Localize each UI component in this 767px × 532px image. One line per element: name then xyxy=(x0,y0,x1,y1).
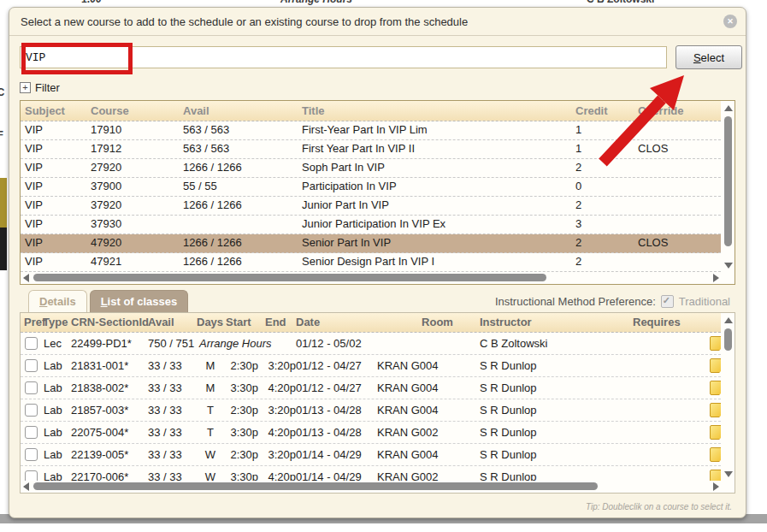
vertical-scrollbar-thumb[interactable] xyxy=(724,328,732,351)
note-icon[interactable] xyxy=(710,381,721,395)
pref-checkbox[interactable] xyxy=(25,381,38,394)
background-text-fragment: Arrange Hours xyxy=(280,0,352,5)
pref-checkbox[interactable] xyxy=(25,426,38,439)
course-table-vertical-scrollbar xyxy=(722,103,734,271)
scroll-left-arrow[interactable] xyxy=(23,274,29,282)
pref-checkbox[interactable] xyxy=(25,359,38,372)
class-instructor: S R Dunlop xyxy=(480,448,536,461)
class-crn-sectionid: 22075-004* xyxy=(71,426,128,439)
column-header-title[interactable]: Title xyxy=(302,104,325,117)
scroll-down-arrow[interactable] xyxy=(724,263,733,269)
horizontal-scrollbar-thumb[interactable] xyxy=(33,482,598,490)
course-subject: VIP xyxy=(25,142,43,155)
column-header-override[interactable]: Override xyxy=(638,104,683,117)
course-row[interactable]: VIP 47920 1266 / 1266 Senior Part In VIP… xyxy=(21,234,721,253)
scroll-up-arrow[interactable] xyxy=(724,105,733,111)
course-title: Senior Part In VIP xyxy=(302,236,391,249)
class-end: 4:20p xyxy=(258,470,296,481)
class-type: Lab xyxy=(44,404,62,417)
note-icon[interactable] xyxy=(710,470,721,481)
course-title: Junior Participation In VIP Ex xyxy=(302,217,445,230)
course-subject: VIP xyxy=(25,198,43,211)
class-date: 01/13 - 04/28 xyxy=(296,426,362,439)
class-end: 4:20p xyxy=(258,426,296,439)
pref-checkbox[interactable] xyxy=(25,404,38,417)
note-icon[interactable] xyxy=(710,403,721,417)
course-subject: VIP xyxy=(25,255,43,268)
pref-checkbox[interactable] xyxy=(25,337,38,350)
course-credit: 2 xyxy=(575,198,581,211)
class-instructor: S R Dunlop xyxy=(480,381,536,394)
class-table-body: Lec 22499-PD1* 750 / 751 Arrange Hours 0… xyxy=(21,333,721,481)
background-text-fragment: F xyxy=(0,128,3,141)
close-icon[interactable] xyxy=(723,15,737,28)
course-override: CLOS xyxy=(638,142,668,155)
class-date: 01/12 - 04/27 xyxy=(296,359,362,372)
course-row[interactable]: VIP 17910 563 / 563 First-Year Part In V… xyxy=(21,121,721,140)
column-header-credit[interactable]: Credit xyxy=(575,104,608,117)
class-row[interactable]: Lec 22499-PD1* 750 / 751 Arrange Hours 0… xyxy=(21,333,721,355)
note-icon[interactable] xyxy=(710,336,721,351)
course-table-body: VIP 17910 563 / 563 First-Year Part In V… xyxy=(21,121,721,272)
tab-list-of-classes[interactable]: List of classes xyxy=(90,290,189,312)
instructional-method-preference: Instructional Method Preference: Traditi… xyxy=(495,295,730,308)
scroll-up-arrow[interactable] xyxy=(724,317,733,323)
column-header-course[interactable]: Course xyxy=(91,104,129,117)
class-row[interactable]: Lab 21857-003* 33 / 33 T 2:30p 3:20p 01/… xyxy=(21,399,721,422)
pref-checkbox[interactable] xyxy=(25,448,38,461)
class-end: 4:20p xyxy=(258,381,296,394)
course-row[interactable]: VIP 37930 Junior Participation In VIP Ex… xyxy=(21,216,721,234)
tab-details[interactable]: Details xyxy=(28,290,87,312)
column-header-start: Start xyxy=(226,316,251,328)
class-row[interactable]: Lab 22075-004* 33 / 33 T 3:30p 4:20p 01/… xyxy=(21,422,721,444)
class-avail: 33 / 33 xyxy=(148,359,182,372)
filter-toggle[interactable]: Filter xyxy=(20,81,60,94)
select-button[interactable]: Select xyxy=(676,45,742,69)
course-number: 47921 xyxy=(91,255,121,268)
expand-plus-icon[interactable] xyxy=(20,82,31,93)
class-type: Lab xyxy=(44,448,62,461)
class-start: 2:30p xyxy=(221,448,258,461)
class-table: Pref Type CRN-SectionId Avail Days Start… xyxy=(20,312,735,494)
scroll-right-arrow[interactable] xyxy=(713,274,719,282)
tab-list-of-classes-label: ist of classes xyxy=(108,295,178,308)
course-number: 17910 xyxy=(91,123,121,136)
course-avail: 563 / 563 xyxy=(183,123,229,136)
vertical-scrollbar-thumb[interactable] xyxy=(724,116,732,246)
course-row[interactable]: VIP 27920 1266 / 1266 Soph Part In VIP 2 xyxy=(21,159,721,178)
class-type: Lab xyxy=(44,426,62,439)
traditional-checkbox xyxy=(661,295,674,308)
column-header-avail[interactable]: Avail xyxy=(183,104,209,117)
note-icon[interactable] xyxy=(710,358,721,373)
class-date: 01/14 - 04/29 xyxy=(296,470,362,481)
course-credit: 0 xyxy=(575,180,581,192)
course-subject: VIP xyxy=(25,236,43,249)
course-credit: 3 xyxy=(575,217,581,230)
class-days: W xyxy=(200,470,221,481)
horizontal-scrollbar-thumb[interactable] xyxy=(33,274,546,281)
pref-checkbox[interactable] xyxy=(25,470,38,481)
scroll-left-arrow[interactable] xyxy=(23,482,29,491)
class-crn-sectionid: 22139-005* xyxy=(71,448,128,461)
note-icon[interactable] xyxy=(710,447,721,462)
course-row[interactable]: VIP 47921 1266 / 1266 Senior Design Part… xyxy=(21,253,721,272)
course-table-horizontal-scrollbar xyxy=(21,272,721,283)
background-color-block xyxy=(0,228,7,270)
traditional-label: Traditional xyxy=(679,295,730,308)
class-row[interactable]: Lab 22170-006* 33 / 33 W 3:30p 4:20p 01/… xyxy=(21,466,721,481)
class-row[interactable]: Lab 21838-002* 33 / 33 M 3:30p 4:20p 01/… xyxy=(21,377,721,399)
column-header-avail: Avail xyxy=(148,316,174,328)
scroll-right-arrow[interactable] xyxy=(713,482,719,491)
column-header-date: Date xyxy=(296,316,320,328)
course-number: 47920 xyxy=(91,236,121,249)
course-row[interactable]: VIP 37900 55 / 55 Participation In VIP 0 xyxy=(21,178,721,197)
course-row[interactable]: VIP 37920 1266 / 1266 Junior Part In VIP… xyxy=(21,197,721,216)
course-row[interactable]: VIP 17912 563 / 563 First Year Part In V… xyxy=(21,140,721,159)
note-icon[interactable] xyxy=(710,425,721,440)
class-row[interactable]: Lab 22139-005* 33 / 33 W 2:30p 3:20p 01/… xyxy=(21,444,721,466)
scroll-down-arrow[interactable] xyxy=(724,471,733,477)
select-button-label: elect xyxy=(701,51,724,64)
column-header-subject[interactable]: Subject xyxy=(25,104,65,117)
class-row[interactable]: Lab 21831-001* 33 / 33 M 2:30p 3:20p 01/… xyxy=(21,355,721,377)
column-header-days: Days xyxy=(197,316,223,328)
